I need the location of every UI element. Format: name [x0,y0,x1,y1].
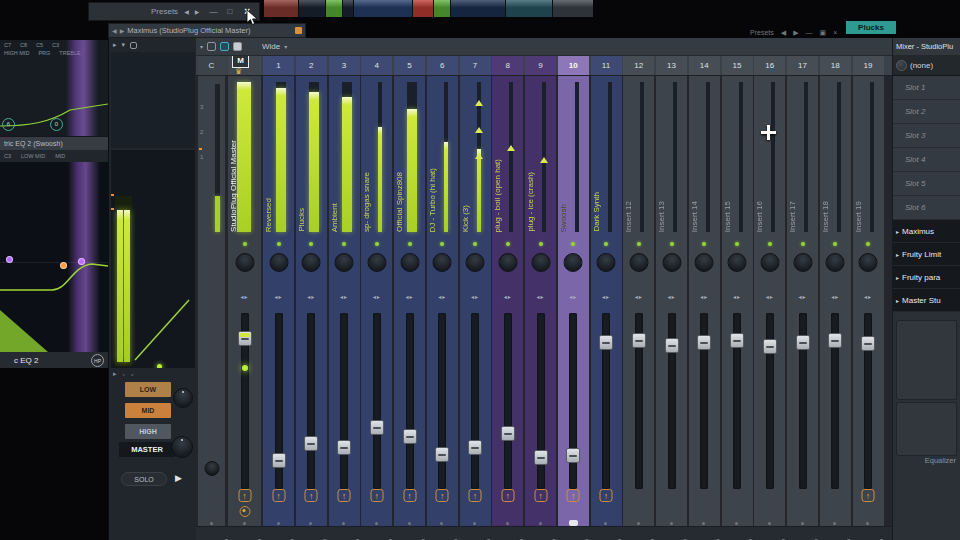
eq-badge[interactable]: 0 [50,118,63,131]
playlist-clip[interactable] [434,0,450,17]
eq-band-handle[interactable] [78,258,85,265]
route-to-master-icon[interactable]: ↑ [469,489,482,502]
volume-fader[interactable] [537,313,545,489]
next-preset-icon[interactable]: ▶ [195,8,200,15]
track-led[interactable] [309,242,313,246]
minimize-icon[interactable]: — [209,7,217,16]
route-to-master-icon[interactable]: ↑ [338,489,351,502]
stereo-separation-icon[interactable]: ◂▸ [754,293,785,300]
track-name[interactable]: StudioPlug Official Master [229,140,238,232]
volume-fader[interactable] [406,313,414,489]
volume-fader[interactable] [241,313,249,489]
stereo-separation-icon[interactable]: ◂▸ [558,293,589,300]
mixer-strip-4[interactable]: 4sp- drogas snare◂▸↑ [361,56,392,527]
track-led[interactable] [604,242,608,246]
stereo-separation-icon[interactable]: ◂▸ [427,293,458,300]
pan-knob[interactable] [695,253,714,272]
track-name[interactable]: Kick (3) [461,205,470,232]
volume-fader[interactable] [471,313,479,489]
fader-handle[interactable] [796,335,810,350]
pan-knob[interactable] [498,253,517,272]
strip-number[interactable]: 1 [263,56,294,76]
track-name[interactable]: Insert 19 [854,201,863,232]
playlist-clip[interactable] [326,0,342,17]
stereo-separation-icon[interactable]: ◂▸ [722,293,753,300]
fader-handle[interactable] [665,338,679,353]
mixer-strip-19[interactable]: 19Insert 19◂▸↑ [853,56,884,527]
stereo-separation-icon[interactable]: ◂▸ [787,293,818,300]
mixer-menu-icon[interactable]: ▾ [200,43,203,50]
mixer-strip-10[interactable]: 10Swoosh◂▸↑ [558,56,589,527]
stereo-separation-icon[interactable]: ◂▸ [329,293,360,300]
strip-number[interactable]: 2 [296,56,327,76]
expand-arrow-icon[interactable]: ▸ [896,228,899,235]
plugin-slot-empty[interactable]: Slot 2 [893,100,960,124]
next-icon[interactable]: ▶ [120,27,125,34]
prev-preset-icon[interactable]: ◀ [781,29,786,37]
fader-handle[interactable] [272,453,286,468]
playlist-clip[interactable] [264,0,298,17]
track-led[interactable] [670,242,674,246]
plugin-item[interactable]: ▸Maximus [893,220,960,243]
maximus-knob[interactable] [173,388,193,408]
mixer-strip-17[interactable]: 17Insert 17◂▸ [787,56,818,527]
link-icon[interactable]: ▫ [131,371,133,378]
strip-number[interactable]: 11 [591,56,622,76]
mixer-strip-12[interactable]: 12Insert 12◂▸ [623,56,654,527]
track-led[interactable] [768,242,772,246]
master-strip[interactable]: StudioPlug Official Master◂▸↑ [228,56,261,527]
fader-handle[interactable] [403,429,417,444]
track-name[interactable]: plug - ice (crash) [526,172,535,232]
pan-knob[interactable] [235,253,254,272]
maximize-icon[interactable]: □ [227,7,232,16]
track-name[interactable]: sp- drogas snare [362,172,371,232]
strip-number[interactable]: 3 [329,56,360,76]
band-high-button[interactable]: HIGH [125,424,171,439]
track-led[interactable] [801,242,805,246]
prev-icon[interactable]: ◀ [112,27,117,34]
mixer-strip-1[interactable]: 1Reversed◂▸↑ [263,56,294,527]
playlist-clip[interactable] [343,0,353,17]
fader-handle[interactable] [370,420,384,435]
track-name[interactable]: Plucks [297,208,306,232]
solo-button[interactable]: SOLO [121,472,167,486]
parametric-eq-titlebar[interactable]: tric EQ 2 (Swoosh) [0,136,108,150]
strip-number[interactable]: 14 [689,56,720,76]
pan-knob[interactable] [433,253,452,272]
presets-titlebar[interactable]: Presets ◀ ▶ — □ × [88,2,260,21]
close-icon[interactable]: × [833,29,837,36]
strip-number[interactable]: 18 [820,56,851,76]
fader-handle[interactable] [828,333,842,348]
prev-preset-icon[interactable]: ◀ [184,8,189,15]
mixer-strip-15[interactable]: 15Insert 15◂▸ [722,56,753,527]
track-name[interactable]: Dark Synth [592,192,601,232]
playlist-clip[interactable] [553,0,593,17]
track-name[interactable]: Reversed [264,198,273,232]
volume-fader[interactable] [275,313,283,489]
stereo-separation-icon[interactable]: ◂▸ [853,293,884,300]
track-name[interactable]: Ambient [330,203,339,232]
track-led[interactable] [408,242,412,246]
volume-fader[interactable] [668,313,676,489]
next-preset-icon[interactable]: ▶ [793,29,798,37]
track-led[interactable] [702,242,706,246]
slot-knob[interactable] [896,60,907,71]
fader-handle[interactable] [697,335,711,350]
pan-knob[interactable] [269,253,288,272]
track-led[interactable] [735,242,739,246]
pan-knob[interactable] [760,253,779,272]
maximus-graph[interactable] [111,150,195,368]
route-to-master-icon[interactable]: ↑ [305,489,318,502]
playlist-clip[interactable] [299,0,325,17]
strip-number[interactable]: 17 [787,56,818,76]
stereo-separation-icon[interactable]: ◂▸ [361,293,392,300]
current-strip-label[interactable]: C [198,56,225,76]
track-name[interactable]: Insert 12 [624,201,633,232]
layout-icon[interactable] [220,42,229,51]
layout-icon[interactable] [233,42,242,51]
playlist-clip[interactable] [451,0,505,17]
mixer-strip-13[interactable]: 13Insert 13◂▸ [656,56,687,527]
eq-badge[interactable]: 6 [2,118,15,131]
pan-knob[interactable] [564,253,583,272]
strip-number[interactable]: 19 [853,56,884,76]
